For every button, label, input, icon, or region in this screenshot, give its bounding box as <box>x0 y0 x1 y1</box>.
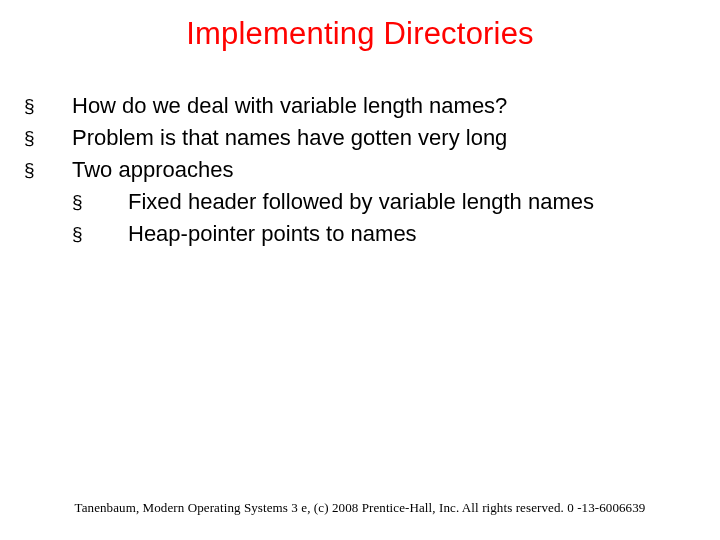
square-bullet-icon: § <box>24 154 40 186</box>
slide: Implementing Directories § How do we dea… <box>0 0 720 540</box>
bullet-text: Fixed header followed by variable length… <box>128 186 720 218</box>
square-bullet-icon: § <box>24 122 40 154</box>
sub-bullet-item: § Heap-pointer points to names <box>24 218 720 250</box>
slide-footer: Tanenbaum, Modern Operating Systems 3 e,… <box>0 500 720 516</box>
bullet-item: § How do we deal with variable length na… <box>24 90 720 122</box>
bullet-item: § Two approaches <box>24 154 720 186</box>
slide-body: § How do we deal with variable length na… <box>0 52 720 250</box>
bullet-item: § Problem is that names have gotten very… <box>24 122 720 154</box>
bullet-text: Problem is that names have gotten very l… <box>72 122 720 154</box>
bullet-text: How do we deal with variable length name… <box>72 90 720 122</box>
square-bullet-icon: § <box>24 90 40 122</box>
sub-bullet-item: § Fixed header followed by variable leng… <box>24 186 720 218</box>
bullet-text: Heap-pointer points to names <box>128 218 720 250</box>
square-bullet-icon: § <box>72 218 88 250</box>
bullet-text: Two approaches <box>72 154 720 186</box>
square-bullet-icon: § <box>72 186 88 218</box>
slide-title: Implementing Directories <box>0 0 720 52</box>
